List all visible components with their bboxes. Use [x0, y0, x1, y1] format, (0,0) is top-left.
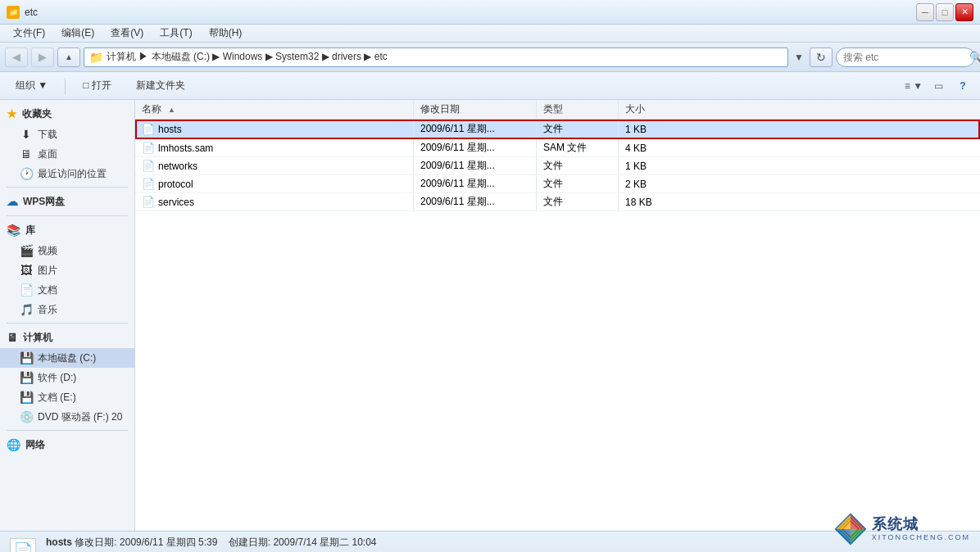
file-date-hosts: 2009/6/11 星期...: [414, 120, 537, 138]
status-text: hosts 修改日期: 2009/6/11 星期四 5:39 创建日期: 200…: [46, 535, 377, 552]
col-header-name[interactable]: 名称 ▲: [135, 100, 414, 119]
drive-e-icon: 💾: [20, 391, 33, 404]
maximize-button[interactable]: □: [936, 3, 954, 21]
file-icon-networks: 📄: [142, 160, 155, 173]
network-icon: 🌐: [7, 438, 20, 451]
sidebar-computer-header[interactable]: 🖥 计算机: [0, 327, 134, 348]
file-date-services: 2009/6/11 星期...: [414, 193, 537, 210]
search-input[interactable]: [843, 52, 966, 63]
toolbar: 组织 ▼ □ 打开 新建文件夹 ≡ ▼ ▭ ?: [0, 72, 980, 100]
address-dropdown-button[interactable]: ▼: [792, 48, 806, 67]
sidebar-divider-1: [7, 187, 128, 188]
menu-edit[interactable]: 编辑(E): [55, 25, 101, 42]
computer-icon: 🖥: [7, 331, 18, 344]
table-row[interactable]: 📄 protocol 2009/6/11 星期... 文件 2 KB: [135, 175, 980, 193]
file-size-protocol: 2 KB: [619, 175, 684, 192]
sidebar-item-drive-f[interactable]: 💿 DVD 驱动器 (F:) 20: [0, 407, 134, 427]
file-icon-protocol: 📄: [142, 178, 155, 191]
star-icon: ★: [7, 107, 17, 120]
sidebar-library-header[interactable]: 📚 库: [0, 219, 134, 241]
file-icon-hosts: 📄: [142, 123, 155, 136]
table-row[interactable]: 📄 hosts 2009/6/11 星期... 文件 1 KB: [135, 120, 980, 139]
forward-button[interactable]: ▶: [31, 48, 54, 67]
close-button[interactable]: ✕: [955, 3, 973, 21]
desktop-icon: 🖥: [20, 147, 33, 161]
nav-bar: ◀ ▶ ▲ 📁 计算机 ▶ 本地磁盘 (C:) ▶ Windows ▶ Syst…: [0, 43, 980, 72]
sidebar-section-wps: ☁ WPS网盘: [0, 191, 134, 212]
logo-diamond-icon: [834, 513, 867, 545]
status-file-icon: 📄: [10, 538, 36, 553]
file-date-lmhosts: 2009/6/11 星期...: [414, 139, 537, 156]
menu-help[interactable]: 帮助(H): [202, 25, 249, 42]
sidebar-section-favorites: ★ 收藏夹 ⬇ 下载 🖥 桌面 🕐 最近访问的位置: [0, 103, 134, 183]
drive-c-icon: 💾: [20, 351, 33, 364]
col-header-size[interactable]: 大小: [619, 100, 684, 119]
sidebar-item-drive-e[interactable]: 💾 文档 (E:): [0, 387, 134, 407]
organize-button[interactable]: 组织 ▼: [7, 75, 57, 97]
file-type-networks: 文件: [537, 157, 619, 174]
sidebar-item-desktop[interactable]: 🖥 桌面: [0, 144, 134, 164]
file-type-protocol: 文件: [537, 175, 619, 192]
sidebar-item-music[interactable]: 🎵 音乐: [0, 300, 134, 319]
back-button[interactable]: ◀: [5, 48, 28, 67]
table-row[interactable]: 📄 services 2009/6/11 星期... 文件 18 KB: [135, 193, 980, 211]
watermark: 系统城 XITONGCHENG.COM: [834, 513, 970, 545]
sidebar: ★ 收藏夹 ⬇ 下载 🖥 桌面 🕐 最近访问的位置 ☁ WPS网盘: [0, 100, 135, 531]
sidebar-section-library: 📚 库 🎬 视频 🖼 图片 📄 文档 🎵 音乐: [0, 219, 134, 319]
sidebar-item-download[interactable]: ⬇ 下载: [0, 124, 134, 144]
help-button[interactable]: ?: [952, 77, 973, 95]
sidebar-item-documents[interactable]: 📄 文档: [0, 280, 134, 300]
sidebar-item-recent[interactable]: 🕐 最近访问的位置: [0, 164, 134, 183]
col-header-date[interactable]: 修改日期: [414, 100, 537, 119]
drive-f-icon: 💿: [20, 410, 33, 423]
pictures-icon: 🖼: [20, 264, 33, 277]
address-bar[interactable]: 📁 计算机 ▶ 本地磁盘 (C:) ▶ Windows ▶ System32 ▶…: [84, 48, 788, 67]
up-button[interactable]: ▲: [57, 48, 80, 67]
file-size-lmhosts: 4 KB: [619, 139, 684, 156]
view-options-button[interactable]: ≡ ▼: [903, 77, 924, 95]
preview-pane-button[interactable]: ▭: [928, 77, 949, 95]
sidebar-network-header[interactable]: 🌐 网络: [0, 434, 134, 455]
sort-arrow-icon: ▲: [168, 106, 175, 114]
file-size-networks: 1 KB: [619, 157, 684, 174]
file-date-protocol: 2009/6/11 星期...: [414, 175, 537, 192]
sidebar-section-computer: 🖥 计算机 💾 本地磁盘 (C:) 💾 软件 (D:) 💾 文档 (E:) 💿 …: [0, 327, 134, 427]
toolbar-separator-1: [65, 78, 66, 94]
sidebar-section-network: 🌐 网络: [0, 434, 134, 455]
window-controls: ─ □ ✕: [916, 3, 973, 21]
search-box[interactable]: 🔍: [836, 48, 975, 67]
video-icon: 🎬: [20, 244, 33, 257]
sidebar-item-video[interactable]: 🎬 视频: [0, 241, 134, 260]
download-icon: ⬇: [20, 128, 33, 141]
minimize-button[interactable]: ─: [916, 3, 934, 21]
sidebar-item-pictures[interactable]: 🖼 图片: [0, 260, 134, 280]
sidebar-item-drive-d[interactable]: 💾 软件 (D:): [0, 368, 134, 387]
menu-file[interactable]: 文件(F): [7, 25, 52, 42]
status-bar: 📄 hosts 修改日期: 2009/6/11 星期四 5:39 创建日期: 2…: [0, 531, 980, 552]
sidebar-favorites-header[interactable]: ★ 收藏夹: [0, 103, 134, 124]
file-icon-services: 📄: [142, 196, 155, 209]
sidebar-item-drive-c[interactable]: 💾 本地磁盘 (C:): [0, 348, 134, 368]
menu-tools[interactable]: 工具(T): [153, 25, 198, 42]
file-size-services: 18 KB: [619, 193, 684, 210]
documents-icon: 📄: [20, 283, 33, 296]
file-date-networks: 2009/6/11 星期...: [414, 157, 537, 174]
toolbar-right: ≡ ▼ ▭ ?: [903, 77, 973, 95]
file-type-lmhosts: SAM 文件: [537, 139, 619, 156]
sidebar-divider-4: [7, 430, 128, 431]
sidebar-wps-header[interactable]: ☁ WPS网盘: [0, 191, 134, 212]
music-icon: 🎵: [20, 303, 33, 316]
watermark-title: 系统城: [872, 516, 970, 534]
title-bar-left: 📁 etc: [7, 6, 38, 19]
refresh-button[interactable]: ↻: [810, 48, 833, 67]
table-row[interactable]: 📄 lmhosts.sam 2009/6/11 星期... SAM 文件 4 K…: [135, 139, 980, 157]
sidebar-divider-3: [7, 323, 128, 324]
watermark-subtitle: XITONGCHENG.COM: [872, 533, 970, 542]
drive-d-icon: 💾: [20, 371, 33, 384]
open-button[interactable]: □ 打开: [74, 75, 120, 97]
menu-view[interactable]: 查看(V): [104, 25, 150, 42]
new-folder-button[interactable]: 新建文件夹: [127, 75, 194, 97]
col-header-type[interactable]: 类型: [537, 100, 619, 119]
folder-icon: 📁: [7, 6, 20, 19]
table-row[interactable]: 📄 networks 2009/6/11 星期... 文件 1 KB: [135, 157, 980, 175]
